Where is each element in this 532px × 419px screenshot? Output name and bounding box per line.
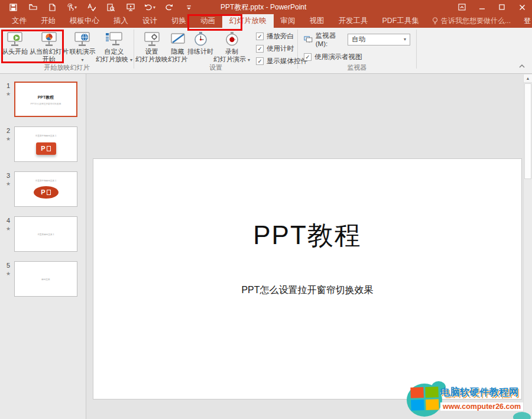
slide-thumbnail[interactable]: 这里是中等样例文本 1 P xyxy=(14,171,77,207)
tab-home[interactable]: 开始 xyxy=(34,14,63,28)
watermark-site-name: 电脑软硬件教程网 xyxy=(440,386,532,399)
slide-subtitle[interactable]: PPT怎么设置拉开窗帘切换效果 xyxy=(93,284,521,297)
group-label-monitors: 监视器 xyxy=(298,63,416,72)
sign-in-button[interactable]: 登录 xyxy=(517,14,532,28)
record-slideshow-button[interactable]: 录制幻灯片演示 ▾ xyxy=(213,29,250,64)
slide-thumbnail[interactable]: 样例文本 xyxy=(14,261,77,297)
chevron-down-icon: ▾ xyxy=(81,57,83,63)
tab-transitions[interactable]: 切换 xyxy=(164,14,193,28)
monitors-icon xyxy=(304,35,313,44)
tab-file[interactable]: 文件 xyxy=(5,14,34,28)
record-slideshow-icon xyxy=(224,31,240,48)
touch-mode-icon[interactable]: ▾ xyxy=(62,0,82,14)
slide-thumbnail[interactable]: 这里是中等样例文本 1 P xyxy=(14,126,77,162)
thumbnail-item-1[interactable]: 1 ★ PPT教程 PPT怎么设置拉开窗帘切换效果 xyxy=(2,82,86,117)
chevron-down-icon: ▾ xyxy=(153,5,155,10)
maximize-icon[interactable] xyxy=(492,0,512,14)
title-bar: ▾ ▾ PPT教程.pptx - PowerPoint xyxy=(0,0,532,14)
minimize-icon[interactable] xyxy=(472,0,492,14)
setup-slideshow-button[interactable]: 设置幻灯片放映 xyxy=(135,29,168,64)
new-file-icon[interactable] xyxy=(43,0,62,14)
tab-template-center[interactable]: 模板中心 xyxy=(63,14,106,28)
watermark-url: www.computer26.com xyxy=(440,402,523,411)
chevron-down-icon: ▾ xyxy=(130,57,132,63)
rehearse-timings-button[interactable]: 排练计时 xyxy=(187,29,213,64)
thumbnail-item-2[interactable]: 2 ★ 这里是中等样例文本 1 P xyxy=(2,126,86,162)
slide-number: 5 xyxy=(7,262,10,269)
slide-thumbnail-panel: 1 ★ PPT教程 PPT怎么设置拉开窗帘切换效果 2 ★ 这里是中等样例文本 … xyxy=(0,74,86,419)
close-icon[interactable] xyxy=(512,0,532,14)
tab-review[interactable]: 审阅 xyxy=(274,14,303,28)
from-current-slide-icon xyxy=(40,31,58,48)
group-label-setup: 设置 xyxy=(134,63,297,72)
hide-slide-icon xyxy=(169,31,187,48)
from-beginning-icon xyxy=(6,31,24,48)
animation-star-icon[interactable]: ★ xyxy=(6,271,11,277)
group-label-start-slideshow: 开始放映幻灯片 xyxy=(0,63,134,72)
ribbon-tabs: 文件 开始 模板中心 插入 设计 切换 动画 幻灯片放映 审阅 视图 开发工具 … xyxy=(0,14,532,28)
tab-insert[interactable]: 插入 xyxy=(106,14,135,28)
slide-canvas[interactable]: PPT教程 PPT怎么设置拉开窗帘切换效果 xyxy=(93,158,522,399)
account-area: 登录 共享 xyxy=(517,14,532,28)
checkmark-icon: ✓ xyxy=(257,34,262,40)
checkmark-icon: ✓ xyxy=(257,46,262,52)
animation-star-icon[interactable]: ★ xyxy=(6,91,11,97)
rehearse-timings-icon xyxy=(193,31,209,48)
tab-design[interactable]: 设计 xyxy=(135,14,164,28)
slide-editor-area: PPT教程 PPT怎么设置拉开窗帘切换效果 ▲ xyxy=(86,74,532,419)
slide-thumbnail[interactable]: 这里是样例文本 1 xyxy=(14,216,77,252)
site-watermark: 电脑软硬件教程网 www.computer26.com xyxy=(407,381,532,419)
chevron-down-icon: ▾ xyxy=(74,5,77,10)
powerpoint-window: ▾ ▾ PPT教程.pptx - PowerPoint xyxy=(0,0,532,419)
animation-star-icon[interactable]: ★ xyxy=(6,136,11,142)
collapse-ribbon-icon[interactable] xyxy=(519,60,525,70)
thumbnail-item-4[interactable]: 4 ★ 这里是样例文本 1 xyxy=(2,216,86,252)
group-setup: 设置幻灯片放映 隐藏幻灯片 排练计时 xyxy=(134,28,297,73)
open-icon[interactable] xyxy=(23,0,43,14)
presenter-view-checkbox[interactable]: ✓ 使用演示者视图 xyxy=(304,53,410,61)
window-title: PPT教程.pptx - PowerPoint xyxy=(220,2,306,12)
animation-star-icon[interactable]: ★ xyxy=(6,226,11,232)
slide-number: 2 xyxy=(7,127,10,134)
tab-animations[interactable]: 动画 xyxy=(193,14,222,28)
hide-slide-button[interactable]: 隐藏幻灯片 xyxy=(168,29,187,64)
animation-star-icon[interactable]: ★ xyxy=(6,181,11,187)
slide-title[interactable]: PPT教程 xyxy=(93,218,521,253)
group-monitors: 监视器(M): 自动 ▾ ✓ 使用演示者视图 监视器 xyxy=(298,28,416,73)
ribbon: 从头开始 从当前幻灯片开始 联机演示▾ xyxy=(0,28,532,74)
print-preview-icon[interactable] xyxy=(101,0,121,14)
monitor-select[interactable]: 自动 ▾ xyxy=(348,34,410,46)
lightbulb-icon xyxy=(432,17,438,25)
custom-slideshow-button[interactable]: 自定义幻灯片放映 ▾ xyxy=(96,29,132,64)
slide-thumbnail[interactable]: PPT教程 PPT怎么设置拉开窗帘切换效果 xyxy=(14,82,77,117)
slideshow-icon[interactable] xyxy=(121,0,140,14)
present-online-button[interactable]: 联机演示▾ xyxy=(69,29,96,64)
from-beginning-button[interactable]: 从头开始 xyxy=(1,29,29,64)
customize-qat-icon[interactable] xyxy=(179,0,199,14)
tab-developer[interactable]: 开发工具 xyxy=(332,14,375,28)
slide-number: 3 xyxy=(7,172,10,179)
thumbnail-item-5[interactable]: 5 ★ 样例文本 xyxy=(2,261,86,297)
thumbnail-item-3[interactable]: 3 ★ 这里是中等样例文本 1 P xyxy=(2,171,86,207)
scrollbar-thumb[interactable] xyxy=(524,83,531,179)
group-divider xyxy=(416,30,417,69)
tab-pdf-tools[interactable]: PDF工具集 xyxy=(375,14,427,28)
custom-slideshow-icon xyxy=(105,31,123,48)
tell-me-placeholder: 告诉我您想要做什么... xyxy=(441,16,511,26)
setup-slideshow-icon xyxy=(143,31,161,48)
save-icon[interactable] xyxy=(4,0,23,14)
vertical-scrollbar[interactable]: ▲ xyxy=(523,74,532,419)
powerpoint-logo-ellipse: P xyxy=(34,186,59,199)
windows-flag-icon xyxy=(410,386,439,411)
chevron-down-icon: ▾ xyxy=(404,37,406,42)
from-current-slide-button[interactable]: 从当前幻灯片开始 xyxy=(29,29,69,64)
redo-icon[interactable] xyxy=(160,0,179,14)
tab-view[interactable]: 视图 xyxy=(303,14,332,28)
tab-slideshow[interactable]: 幻灯片放映 xyxy=(222,14,274,28)
spellcheck-icon[interactable] xyxy=(82,0,101,14)
undo-icon[interactable]: ▾ xyxy=(140,0,160,14)
tell-me-box[interactable]: 告诉我您想要做什么... xyxy=(426,14,517,28)
ribbon-display-options-icon[interactable] xyxy=(452,0,472,14)
watermark-blob xyxy=(513,412,531,419)
scroll-up-icon[interactable]: ▲ xyxy=(524,74,532,83)
